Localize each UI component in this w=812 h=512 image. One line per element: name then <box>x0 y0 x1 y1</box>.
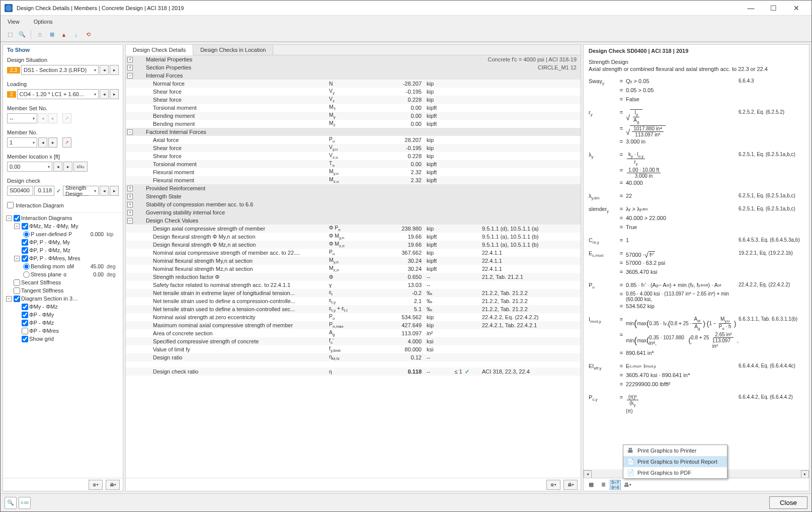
close-window-button[interactable]: ✕ <box>785 1 807 16</box>
tree-radio[interactable] <box>23 271 30 278</box>
section-header[interactable]: −Factored Internal Forces <box>126 128 581 136</box>
tool-results-icon[interactable]: ⟲ <box>83 29 94 40</box>
tree-checkbox[interactable] <box>22 312 28 318</box>
nav-next-button[interactable]: ▸ <box>48 137 57 148</box>
grid-row[interactable]: Nominal flexural strength Mz,n at sectio… <box>126 265 581 273</box>
tree-item[interactable]: − ΦMz, Mz - ΦMy, My <box>4 222 122 230</box>
section-toggle-icon[interactable]: + <box>127 186 133 191</box>
tree-checkbox[interactable] <box>22 336 28 342</box>
grid-row[interactable]: Design flexural strength Φ My,n at secti… <box>126 233 581 241</box>
grid-row[interactable]: Area of concrete sectionAg113.097in² <box>126 329 581 337</box>
tool-select-icon[interactable]: ⬚ <box>5 29 16 40</box>
grid-row[interactable]: Shear forceVz,u0.228kip <box>126 152 581 160</box>
tree-item[interactable]: − ΦP, P - ΦMres, Mres <box>4 254 122 262</box>
cp-tool-print-icon[interactable]: 🖶▾ <box>563 480 578 490</box>
grid-row[interactable]: Normal forceN-28.207kip <box>126 80 581 88</box>
member-set-combo[interactable]: --▾ <box>7 113 37 123</box>
section-toggle-icon[interactable]: − <box>127 218 133 224</box>
section-toggle-icon[interactable]: + <box>127 210 133 215</box>
grid-row[interactable]: Design axial compressive strength of mem… <box>126 225 581 233</box>
grid-row[interactable]: Axial forcePu28.207kip <box>126 136 581 144</box>
grid-row[interactable]: Maximum nominal axial compressive streng… <box>126 321 581 329</box>
tree-item[interactable]: − Diagram Section in 3… <box>4 295 122 303</box>
tree-item[interactable]: Bending momαM45.00deg <box>4 262 122 270</box>
tree-checkbox[interactable] <box>22 255 28 262</box>
grid-row[interactable]: Design flexural strength Φ Mz,n at secti… <box>126 241 581 249</box>
tree-radio[interactable] <box>23 263 30 270</box>
section-header[interactable]: +Section PropertiesCIRCLE_M1 12 <box>126 63 581 71</box>
tree-item[interactable]: − Interaction Diagrams <box>4 214 122 222</box>
menu-view[interactable]: View <box>5 18 23 26</box>
tab-design-check-details[interactable]: Design Check Details <box>126 45 193 55</box>
design-situation-combo[interactable]: DS1 - Section 2.3 (LRFD)▾ <box>21 65 99 75</box>
tree-checkbox[interactable] <box>22 247 28 254</box>
section-header[interactable]: −Internal Forces <box>126 71 581 80</box>
grid-row[interactable]: Nominal axial compressive strength of me… <box>126 249 581 257</box>
section-toggle-icon[interactable]: + <box>127 57 133 62</box>
grid-row[interactable]: Shear forceVy,u-0.195kip <box>126 144 581 152</box>
tool-member-icon[interactable]: ⎍ <box>34 29 45 40</box>
nav-prev-button[interactable]: ◂ <box>100 186 109 196</box>
tree-item[interactable]: Tangent Stiffness <box>4 286 122 295</box>
print-to-printer[interactable]: 🖶Print Graphics to Printer <box>623 445 727 456</box>
grid-row[interactable]: Torsional momentTu0.00kipft <box>126 160 581 168</box>
tool-supports-icon[interactable]: ▲ <box>58 29 69 40</box>
pick-member-set-icon[interactable]: ↗ <box>62 113 71 123</box>
grid-row[interactable]: Shear forceVz0.228kip <box>126 96 581 104</box>
tree-item[interactable]: ΦMy - ΦMz <box>4 303 122 311</box>
tree-checkbox[interactable] <box>22 320 28 326</box>
bb-precision-icon[interactable]: 0.00 <box>19 497 31 509</box>
tree-checkbox[interactable] <box>22 304 28 310</box>
section-toggle-icon[interactable]: − <box>127 73 133 79</box>
section-toggle-icon[interactable]: − <box>127 129 133 135</box>
interaction-tree[interactable]: − Interaction Diagrams− ΦMz, Mz - ΦMy, M… <box>3 212 123 478</box>
tree-checkbox[interactable] <box>14 287 20 294</box>
tool-loads-icon[interactable]: ↓ <box>70 29 82 40</box>
tree-item[interactable]: P user-definedP0.000kip <box>4 230 122 238</box>
section-toggle-icon[interactable]: + <box>127 202 133 207</box>
print-to-pdf[interactable]: 📄Print Graphics to PDF <box>623 467 727 478</box>
nav-prev-button[interactable]: ◂ <box>100 65 109 75</box>
nav-next-button[interactable]: ▸ <box>110 89 119 99</box>
tree-item[interactable]: ΦP, P - ΦMy, My <box>4 238 122 246</box>
grid-row[interactable]: Value of limit fyfy,limit80.000ksi <box>126 345 581 353</box>
grid-row[interactable]: Design ratioηM,N0.12-- <box>126 353 581 361</box>
tree-item[interactable]: ΦP - ΦMy <box>4 311 122 319</box>
nav-next-button[interactable]: ▸ <box>63 162 72 172</box>
tree-item[interactable]: ΦP - ΦMres <box>4 327 122 335</box>
grid-row[interactable]: Specified compressive strength of concre… <box>126 337 581 345</box>
tree-item[interactable]: Stress planeα0.00deg <box>4 270 122 278</box>
location-ratio-button[interactable]: x/x₀ <box>73 162 88 172</box>
grid-row[interactable]: Torsional momentMT0.00kipft <box>126 104 581 112</box>
dc-desc-combo[interactable]: Strength Design ...▾ <box>63 186 99 196</box>
pick-member-icon[interactable]: ↗ <box>62 137 71 148</box>
grid-row[interactable]: Flexural momentMz,u2.32kipft <box>126 176 581 184</box>
tree-item[interactable]: Secant Stiffness <box>4 278 122 286</box>
nav-next-button[interactable]: ▸ <box>110 65 119 75</box>
tree-checkbox[interactable] <box>14 296 20 302</box>
section-header[interactable]: +Material PropertiesConcrete f'c = 4000 … <box>126 55 581 63</box>
tree-radio[interactable] <box>23 231 30 238</box>
tree-toggle-icon[interactable]: − <box>14 256 20 261</box>
nav-next-button[interactable]: ▸ <box>48 113 57 123</box>
section-header[interactable]: −Design Check Values <box>126 216 581 225</box>
grid-row[interactable]: Shear forceVy-0.195kip <box>126 88 581 96</box>
rp-tool-formula-icon[interactable]: 5=79÷4 <box>610 480 621 490</box>
member-location-input[interactable]: 0.00▾ <box>7 162 52 172</box>
section-toggle-icon[interactable]: + <box>127 65 133 70</box>
tree-toggle-icon[interactable]: − <box>6 215 12 221</box>
cp-tool-1-icon[interactable]: ⊕▾ <box>546 480 560 490</box>
close-button[interactable]: Close <box>769 496 807 509</box>
interaction-diagram-checkbox[interactable]: Interaction Diagram <box>7 202 119 208</box>
scroll-left-icon[interactable]: ◂ <box>584 470 592 478</box>
grid-row[interactable]: Nominal axial strength at zero eccentric… <box>126 313 581 321</box>
tree-checkbox[interactable] <box>14 215 20 222</box>
nav-prev-button[interactable]: ◂ <box>38 137 47 148</box>
rp-body[interactable]: Strength Design Axial strength or combin… <box>584 57 809 470</box>
grid-row[interactable]: Safety factor related to nominal strengt… <box>126 281 581 289</box>
grid-row[interactable]: Net tensile strain used to define a tens… <box>126 305 581 313</box>
lp-tool-1-icon[interactable]: ⊕▾ <box>89 480 103 490</box>
nav-next-button[interactable]: ▸ <box>110 186 119 196</box>
rp-tool-list-icon[interactable]: ≣ <box>598 480 609 490</box>
nav-prev-button[interactable]: ◂ <box>100 89 109 99</box>
